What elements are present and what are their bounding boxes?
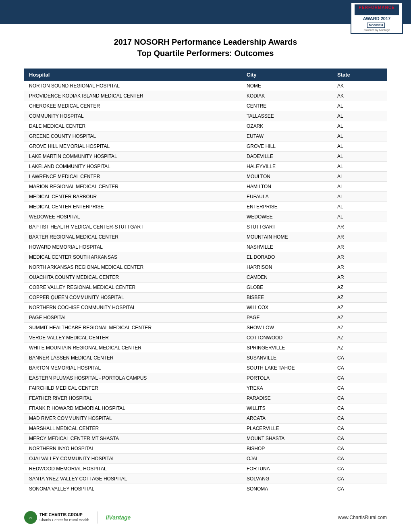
table-row: MAD RIVER COMMUNITY HOSPITALARCATACA xyxy=(24,414,387,424)
cell-state: CA xyxy=(332,403,387,414)
page-title: 2017 NOSORH Performance Leadership Award… xyxy=(24,36,387,59)
table-row: HOWARD MEMORIAL HOSPITALNASHVILLEAR xyxy=(24,242,387,252)
cell-state: AL xyxy=(332,101,387,111)
header-bar: PERFORMANCE LEADERSHIP AWARD 2017 NOSORH… xyxy=(0,0,411,24)
table-header: Hospital City State xyxy=(24,69,387,81)
table-row: COPPER QUEEN COMMUNITY HOSPITALBISBEEAZ xyxy=(24,293,387,303)
cell-hospital: OUACHITA COUNTY MEDICAL CENTER xyxy=(24,272,242,283)
table-row: GROVE HILL MEMORIAL HOSPITALGROVE HILLAL xyxy=(24,141,387,152)
cell-city: EUTAW xyxy=(242,131,332,141)
footer-logos: C THE CHARTIS GROUP Chartis Center for R… xyxy=(24,511,131,524)
cell-city: GROVE HILL xyxy=(242,141,332,152)
table-container: Hospital City State NORTON SOUND REGIONA… xyxy=(24,69,387,494)
award-powered-by: powered by iVantage xyxy=(355,29,399,31)
cell-state: AR xyxy=(332,252,387,262)
cell-hospital: FRANK R HOWARD MEMORIAL HOSPITAL xyxy=(24,403,242,414)
cell-hospital: SUMMIT HEALTHCARE REGIONAL MEDICAL CENTE… xyxy=(24,323,242,333)
cell-city: GLOBE xyxy=(242,283,332,293)
table-row: BARTON MEMORIAL HOSPITALSOUTH LAKE TAHOE… xyxy=(24,363,387,373)
cell-city: SOLVANG xyxy=(242,474,332,484)
table-row: COBRE VALLEY REGIONAL MEDICAL CENTERGLOB… xyxy=(24,283,387,293)
cell-hospital: NORTHERN INYO HOSPITAL xyxy=(24,444,242,454)
table-row: BANNER LASSEN MEDICAL CENTERSUSANVILLECA xyxy=(24,353,387,363)
award-badge: PERFORMANCE LEADERSHIP AWARD 2017 NOSORH… xyxy=(351,2,403,34)
table-row: EASTERN PLUMAS HOSPITAL - PORTOLA CAMPUS… xyxy=(24,373,387,383)
cell-state: AZ xyxy=(332,293,387,303)
cell-hospital: COMMUNITY HOSPITAL xyxy=(24,111,242,121)
cell-city: CAMDEN xyxy=(242,272,332,283)
cell-hospital: EASTERN PLUMAS HOSPITAL - PORTOLA CAMPUS xyxy=(24,373,242,383)
cell-city: BISBEE xyxy=(242,293,332,303)
cell-city: DADEVILLE xyxy=(242,152,332,162)
cell-city: MOULTON xyxy=(242,172,332,182)
table-row: NORTHERN COCHISE COMMUNITY HOSPITALWILLC… xyxy=(24,303,387,313)
table-row: NORTON SOUND REGIONAL HOSPITALNOMEAK xyxy=(24,81,387,91)
cell-state: AL xyxy=(332,111,387,121)
table-body: NORTON SOUND REGIONAL HOSPITALNOMEAKPROV… xyxy=(24,81,387,494)
award-leadership-text: LEADERSHIP xyxy=(356,10,397,15)
cell-state: CA xyxy=(332,373,387,383)
results-table: Hospital City State NORTON SOUND REGIONA… xyxy=(24,69,387,494)
cell-hospital: HOWARD MEMORIAL HOSPITAL xyxy=(24,242,242,252)
cell-city: SONOMA xyxy=(242,484,332,494)
cell-city: YREKA xyxy=(242,383,332,393)
cell-hospital: OJAI VALLEY COMMUNITY HOSPITAL xyxy=(24,454,242,464)
cell-hospital: LAKE MARTIN COMMUNITY HOSPITAL xyxy=(24,152,242,162)
cell-state: CA xyxy=(332,444,387,454)
cell-hospital: MARION REGIONAL MEDICAL CENTER xyxy=(24,182,242,192)
ivantage-text: iiVantage xyxy=(106,514,131,521)
cell-state: AL xyxy=(332,152,387,162)
table-row: SUMMIT HEALTHCARE REGIONAL MEDICAL CENTE… xyxy=(24,323,387,333)
cell-hospital: MEDICAL CENTER SOUTH ARKANSAS xyxy=(24,252,242,262)
chartis-text: THE CHARTIS GROUP Chartis Center for Rur… xyxy=(39,512,89,522)
cell-hospital: DALE MEDICAL CENTER xyxy=(24,121,242,131)
cell-state: AL xyxy=(332,141,387,152)
cell-hospital: LAKELAND COMMUNITY HOSPITAL xyxy=(24,162,242,172)
cell-state: AZ xyxy=(332,323,387,333)
chartis-logo: C THE CHARTIS GROUP Chartis Center for R… xyxy=(24,511,89,524)
cell-hospital: WEDOWEE HOSPITAL xyxy=(24,212,242,222)
cell-city: WILLCOX xyxy=(242,303,332,313)
cell-state: CA xyxy=(332,414,387,424)
header-state: State xyxy=(332,69,387,81)
table-row: OUACHITA COUNTY MEDICAL CENTERCAMDENAR xyxy=(24,272,387,283)
cell-hospital: MAD RIVER COMMUNITY HOSPITAL xyxy=(24,414,242,424)
cell-hospital: NORTON SOUND REGIONAL HOSPITAL xyxy=(24,81,242,91)
cell-hospital: NORTH ARKANSAS REGIONAL MEDICAL CENTER xyxy=(24,262,242,272)
cell-hospital: BANNER LASSEN MEDICAL CENTER xyxy=(24,353,242,363)
award-year: AWARD 2017 xyxy=(355,15,399,22)
cell-hospital: COBRE VALLEY REGIONAL MEDICAL CENTER xyxy=(24,283,242,293)
award-performance-text: PERFORMANCE xyxy=(356,5,397,10)
cell-hospital: SANTA YNEZ VALLEY COTTAGE HOSPITAL xyxy=(24,474,242,484)
cell-city: SOUTH LAKE TAHOE xyxy=(242,363,332,373)
cell-hospital: SONOMA VALLEY HOSPITAL xyxy=(24,484,242,494)
cell-city: BISHOP xyxy=(242,444,332,454)
cell-state: AL xyxy=(332,192,387,202)
cell-city: OZARK xyxy=(242,121,332,131)
cell-city: PLACERVILLE xyxy=(242,424,332,434)
cell-hospital: MARSHALL MEDICAL CENTER xyxy=(24,424,242,434)
cell-city: TALLASSEE xyxy=(242,111,332,121)
table-row: LAWRENCE MEDICAL CENTERMOULTONAL xyxy=(24,172,387,182)
cell-city: SPRINGERVILLE xyxy=(242,343,332,353)
cell-state: AL xyxy=(332,131,387,141)
cell-city: EUFAULA xyxy=(242,192,332,202)
award-badge-top: PERFORMANCE LEADERSHIP xyxy=(355,4,399,15)
cell-city: PARADISE xyxy=(242,393,332,403)
table-row: REDWOOD MEMORIAL HOSPITALFORTUNACA xyxy=(24,464,387,474)
table-row: MEDICAL CENTER BARBOUREUFAULAAL xyxy=(24,192,387,202)
table-row: OJAI VALLEY COMMUNITY HOSPITALOJAICA xyxy=(24,454,387,464)
cell-city: WILLITS xyxy=(242,403,332,414)
cell-state: CA xyxy=(332,454,387,464)
table-row: SONOMA VALLEY HOSPITALSONOMACA xyxy=(24,484,387,494)
cell-city: FORTUNA xyxy=(242,464,332,474)
cell-state: CA xyxy=(332,464,387,474)
footer: C THE CHARTIS GROUP Chartis Center for R… xyxy=(24,511,387,524)
cell-hospital: VERDE VALLEY MEDICAL CENTER xyxy=(24,333,242,343)
table-row: BAXTER REGIONAL MEDICAL CENTERMOUNTAIN H… xyxy=(24,232,387,242)
table-row: DALE MEDICAL CENTEROZARKAL xyxy=(24,121,387,131)
cell-hospital: WHITE MOUNTAIN REGIONAL MEDICAL CENTER xyxy=(24,343,242,353)
cell-state: AZ xyxy=(332,313,387,323)
table-row: GREENE COUNTY HOSPITALEUTAWAL xyxy=(24,131,387,141)
cell-city: HAMILTON xyxy=(242,182,332,192)
